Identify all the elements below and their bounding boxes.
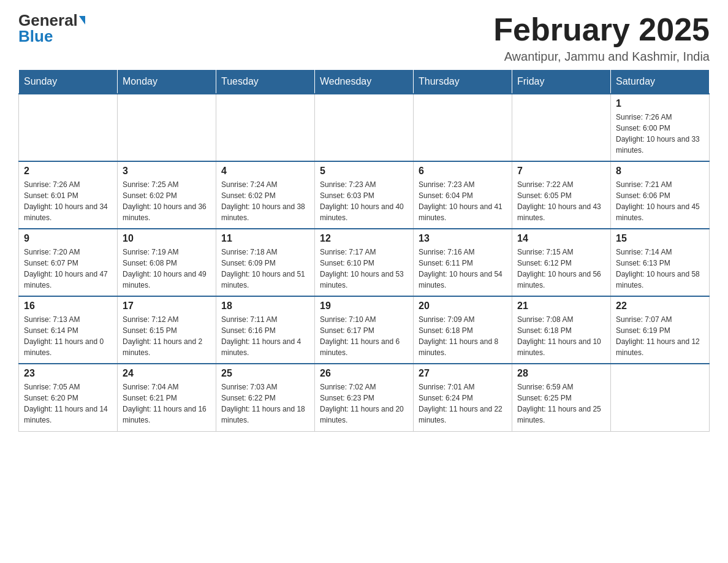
calendar-cell: 12Sunrise: 7:17 AMSunset: 6:10 PMDayligh…	[315, 229, 414, 296]
day-number: 28	[517, 368, 605, 379]
calendar-cell: 15Sunrise: 7:14 AMSunset: 6:13 PMDayligh…	[611, 229, 710, 296]
calendar-cell: 19Sunrise: 7:10 AMSunset: 6:17 PMDayligh…	[315, 296, 414, 364]
day-number: 7	[517, 166, 605, 177]
day-number: 19	[320, 301, 408, 312]
day-number: 17	[123, 301, 211, 312]
calendar-day-header: Sunday	[19, 70, 118, 94]
calendar-cell: 16Sunrise: 7:13 AMSunset: 6:14 PMDayligh…	[19, 296, 118, 364]
day-info: Sunrise: 7:26 AMSunset: 6:01 PMDaylight:…	[24, 179, 112, 223]
day-number: 27	[419, 368, 507, 379]
calendar-cell	[315, 94, 414, 161]
calendar-cell	[512, 94, 611, 161]
calendar-cell: 13Sunrise: 7:16 AMSunset: 6:11 PMDayligh…	[414, 229, 512, 296]
calendar-cell	[19, 94, 118, 161]
day-info: Sunrise: 7:04 AMSunset: 6:21 PMDaylight:…	[123, 381, 211, 426]
day-number: 3	[123, 166, 211, 177]
day-number: 22	[616, 301, 704, 312]
day-info: Sunrise: 7:17 AMSunset: 6:10 PMDaylight:…	[320, 247, 408, 291]
calendar-cell: 11Sunrise: 7:18 AMSunset: 6:09 PMDayligh…	[216, 229, 315, 296]
calendar-table: SundayMondayTuesdayWednesdayThursdayFrid…	[18, 70, 710, 432]
calendar-day-header: Thursday	[414, 70, 512, 94]
day-info: Sunrise: 7:07 AMSunset: 6:19 PMDaylight:…	[616, 314, 704, 358]
calendar-cell: 27Sunrise: 7:01 AMSunset: 6:24 PMDayligh…	[414, 364, 512, 431]
day-info: Sunrise: 7:09 AMSunset: 6:18 PMDaylight:…	[419, 314, 507, 358]
calendar-cell: 8Sunrise: 7:21 AMSunset: 6:06 PMDaylight…	[611, 161, 710, 229]
day-info: Sunrise: 7:26 AMSunset: 6:00 PMDaylight:…	[616, 112, 704, 156]
calendar-cell	[611, 364, 710, 431]
day-info: Sunrise: 7:02 AMSunset: 6:23 PMDaylight:…	[320, 381, 408, 426]
calendar-cell: 14Sunrise: 7:15 AMSunset: 6:12 PMDayligh…	[512, 229, 611, 296]
calendar-week-row: 2Sunrise: 7:26 AMSunset: 6:01 PMDaylight…	[19, 161, 710, 229]
day-info: Sunrise: 7:18 AMSunset: 6:09 PMDaylight:…	[221, 247, 309, 291]
day-info: Sunrise: 7:05 AMSunset: 6:20 PMDaylight:…	[24, 381, 112, 426]
day-number: 25	[221, 368, 309, 379]
calendar-cell: 10Sunrise: 7:19 AMSunset: 6:08 PMDayligh…	[118, 229, 216, 296]
calendar-cell: 2Sunrise: 7:26 AMSunset: 6:01 PMDaylight…	[19, 161, 118, 229]
day-info: Sunrise: 7:20 AMSunset: 6:07 PMDaylight:…	[24, 247, 112, 291]
calendar-cell	[118, 94, 216, 161]
calendar-week-row: 9Sunrise: 7:20 AMSunset: 6:07 PMDaylight…	[19, 229, 710, 296]
calendar-week-row: 23Sunrise: 7:05 AMSunset: 6:20 PMDayligh…	[19, 364, 710, 431]
calendar-day-header: Tuesday	[216, 70, 315, 94]
day-number: 6	[419, 166, 507, 177]
day-number: 9	[24, 233, 112, 244]
day-info: Sunrise: 7:11 AMSunset: 6:16 PMDaylight:…	[221, 314, 309, 358]
day-number: 15	[616, 233, 704, 244]
day-info: Sunrise: 7:13 AMSunset: 6:14 PMDaylight:…	[24, 314, 112, 358]
calendar-cell: 24Sunrise: 7:04 AMSunset: 6:21 PMDayligh…	[118, 364, 216, 431]
month-title: February 2025	[493, 12, 710, 47]
calendar-cell: 17Sunrise: 7:12 AMSunset: 6:15 PMDayligh…	[118, 296, 216, 364]
calendar-cell: 4Sunrise: 7:24 AMSunset: 6:02 PMDaylight…	[216, 161, 315, 229]
calendar-cell: 22Sunrise: 7:07 AMSunset: 6:19 PMDayligh…	[611, 296, 710, 364]
day-number: 1	[616, 98, 704, 109]
calendar-cell: 23Sunrise: 7:05 AMSunset: 6:20 PMDayligh…	[19, 364, 118, 431]
day-info: Sunrise: 7:16 AMSunset: 6:11 PMDaylight:…	[419, 247, 507, 291]
calendar-cell	[216, 94, 315, 161]
calendar-day-header: Monday	[118, 70, 216, 94]
day-number: 14	[517, 233, 605, 244]
calendar-cell: 7Sunrise: 7:22 AMSunset: 6:05 PMDaylight…	[512, 161, 611, 229]
day-info: Sunrise: 7:24 AMSunset: 6:02 PMDaylight:…	[221, 179, 309, 223]
day-number: 13	[419, 233, 507, 244]
calendar-cell: 9Sunrise: 7:20 AMSunset: 6:07 PMDaylight…	[19, 229, 118, 296]
day-info: Sunrise: 7:10 AMSunset: 6:17 PMDaylight:…	[320, 314, 408, 358]
page-header: General Blue February 2025 Awantipur, Ja…	[18, 12, 710, 64]
calendar-cell: 6Sunrise: 7:23 AMSunset: 6:04 PMDaylight…	[414, 161, 512, 229]
day-number: 20	[419, 301, 507, 312]
title-section: February 2025 Awantipur, Jammu and Kashm…	[493, 12, 710, 64]
calendar-cell: 28Sunrise: 6:59 AMSunset: 6:25 PMDayligh…	[512, 364, 611, 431]
day-number: 21	[517, 301, 605, 312]
calendar-cell: 18Sunrise: 7:11 AMSunset: 6:16 PMDayligh…	[216, 296, 315, 364]
day-number: 4	[221, 166, 309, 177]
calendar-cell: 3Sunrise: 7:25 AMSunset: 6:02 PMDaylight…	[118, 161, 216, 229]
day-number: 12	[320, 233, 408, 244]
day-number: 5	[320, 166, 408, 177]
day-info: Sunrise: 7:23 AMSunset: 6:03 PMDaylight:…	[320, 179, 408, 223]
calendar-cell	[414, 94, 512, 161]
calendar-cell: 1Sunrise: 7:26 AMSunset: 6:00 PMDaylight…	[611, 94, 710, 161]
logo: General Blue	[18, 12, 85, 44]
day-number: 23	[24, 368, 112, 379]
day-info: Sunrise: 7:14 AMSunset: 6:13 PMDaylight:…	[616, 247, 704, 291]
logo-blue-text: Blue	[18, 28, 53, 44]
day-info: Sunrise: 7:22 AMSunset: 6:05 PMDaylight:…	[517, 179, 605, 223]
day-info: Sunrise: 6:59 AMSunset: 6:25 PMDaylight:…	[517, 381, 605, 426]
calendar-header-row: SundayMondayTuesdayWednesdayThursdayFrid…	[19, 70, 710, 94]
calendar-day-header: Saturday	[611, 70, 710, 94]
day-number: 18	[221, 301, 309, 312]
calendar-cell: 25Sunrise: 7:03 AMSunset: 6:22 PMDayligh…	[216, 364, 315, 431]
calendar-cell: 20Sunrise: 7:09 AMSunset: 6:18 PMDayligh…	[414, 296, 512, 364]
day-number: 16	[24, 301, 112, 312]
day-number: 10	[123, 233, 211, 244]
day-info: Sunrise: 7:15 AMSunset: 6:12 PMDaylight:…	[517, 247, 605, 291]
day-info: Sunrise: 7:12 AMSunset: 6:15 PMDaylight:…	[123, 314, 211, 358]
calendar-cell: 21Sunrise: 7:08 AMSunset: 6:18 PMDayligh…	[512, 296, 611, 364]
calendar-cell: 26Sunrise: 7:02 AMSunset: 6:23 PMDayligh…	[315, 364, 414, 431]
calendar-cell: 5Sunrise: 7:23 AMSunset: 6:03 PMDaylight…	[315, 161, 414, 229]
calendar-week-row: 1Sunrise: 7:26 AMSunset: 6:00 PMDaylight…	[19, 94, 710, 161]
logo-triangle-icon	[79, 16, 85, 25]
calendar-day-header: Friday	[512, 70, 611, 94]
calendar-week-row: 16Sunrise: 7:13 AMSunset: 6:14 PMDayligh…	[19, 296, 710, 364]
day-info: Sunrise: 7:21 AMSunset: 6:06 PMDaylight:…	[616, 179, 704, 223]
day-number: 2	[24, 166, 112, 177]
